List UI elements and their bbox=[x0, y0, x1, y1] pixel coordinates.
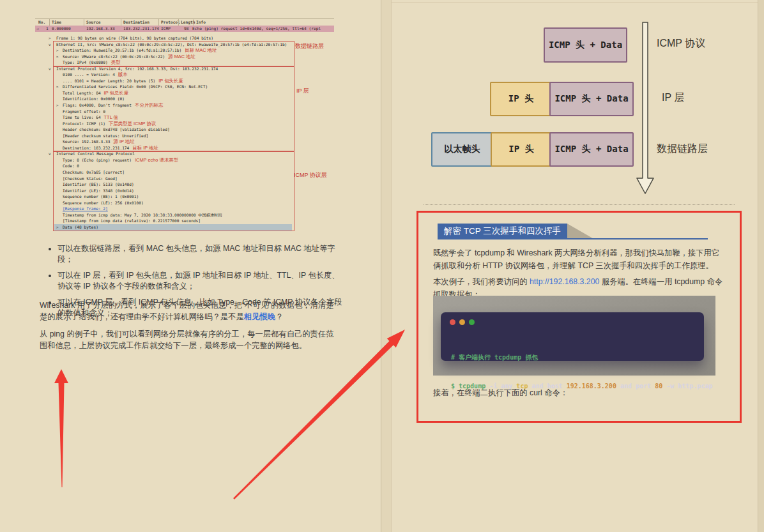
cell-info: Echo (ping) request id=0x140d, seq=1/256… bbox=[192, 26, 321, 32]
col-destination: Destination bbox=[123, 20, 149, 24]
col-length: Length bbox=[181, 20, 195, 24]
window-controls bbox=[450, 319, 475, 325]
bullet-item: 可以在数据链路层，看到 MAC 包头信息，如源 MAC 地址和目标 MAC 地址… bbox=[57, 243, 344, 266]
para1-text: Wireshark 用了分层的方式，展示了各个层的包头信息，把“不可见”的数据包… bbox=[40, 301, 333, 321]
terminal-code: # 客户端执行 tcpdump 抓包 $ tcpdump -i any tcp … bbox=[451, 333, 712, 410]
packet-row: → 1 0.000000 192.168.3.33 183.232.231.17… bbox=[35, 26, 334, 32]
expanded-icon: v bbox=[49, 66, 51, 72]
cell-source: 192.168.3.33 bbox=[86, 26, 115, 32]
command-token: 80 bbox=[655, 383, 662, 390]
diagram-box-ip-row3: IP 头 bbox=[491, 132, 552, 167]
section-heading-badge: 解密 TCP 三次握手和四次挥手 bbox=[438, 224, 567, 238]
diagram-label-datalink: 数据链路层 bbox=[657, 142, 708, 156]
cell-destination: 183.232.231.174 bbox=[123, 26, 159, 32]
paragraph-tcpdump-wireshark: 既然学会了 tcpdump 和 Wireshark 两大网络分析利器，那我们快马… bbox=[433, 247, 727, 272]
page-edge bbox=[758, 0, 764, 532]
diagram-label-icmp: ICMP 协议 bbox=[657, 37, 705, 50]
cell-length: 98 bbox=[184, 26, 188, 32]
terminal-comment-line: # 客户端执行 tcpdump 抓包 bbox=[451, 353, 712, 362]
paragraph-wireshark-layers: Wireshark 用了分层的方式，展示了各个层的包头信息，把“不可见”的数据包… bbox=[40, 300, 339, 323]
diagram-box-ethernet-row3: 以太帧头 bbox=[431, 132, 493, 167]
diagram-box-ip-row2: IP 头 bbox=[490, 82, 552, 116]
col-no: No. bbox=[38, 20, 45, 24]
col-protocol: Protocol bbox=[161, 20, 180, 24]
diagram-box-icmp-row1: ICMP 头 + Data bbox=[544, 27, 627, 63]
collapsed-icon: > bbox=[49, 35, 51, 42]
section-label-icmp: ICMP 协议层 bbox=[294, 171, 327, 179]
section-box-ip bbox=[53, 66, 294, 152]
minimize-icon bbox=[459, 319, 465, 325]
terminal-screenshot: # 客户端执行 tcpdump 抓包 $ tcpdump -i any tcp … bbox=[433, 296, 715, 376]
page-gutter bbox=[381, 0, 392, 532]
command-token: -w http.pcap bbox=[662, 383, 712, 390]
heading-underline bbox=[438, 238, 708, 239]
heading-fold-decoration bbox=[567, 224, 593, 238]
section-heading-row: 解密 TCP 三次握手和四次挥手 bbox=[438, 224, 593, 238]
command-token: 192.168.3.200 bbox=[567, 383, 616, 390]
col-source: Source bbox=[86, 20, 100, 24]
diagram-label-ip: IP 层 bbox=[662, 91, 684, 105]
diagram-box-icmp-row2: ICMP 头 + Data bbox=[549, 82, 634, 116]
paragraph-curl-caption: 接着，在终端二执行下面的 curl 命令： bbox=[433, 388, 568, 399]
cell-protocol: ICMP bbox=[161, 26, 171, 32]
maximize-icon bbox=[469, 319, 475, 325]
wireshark-capture-screenshot: No. Time Source Destination Protocol Len… bbox=[35, 18, 334, 235]
col-time: Time bbox=[52, 20, 61, 24]
dotted-divider bbox=[424, 204, 735, 205]
xiangjianhenwan-link[interactable]: 相见恨晚 bbox=[244, 312, 275, 321]
red-up-arrow-icon bbox=[54, 369, 68, 487]
page-top-line bbox=[392, 2, 758, 3]
server-url-link[interactable]: http://192.168.3.200 bbox=[530, 277, 599, 286]
encapsulation-down-arrow-icon bbox=[632, 21, 658, 196]
diagram-box-icmp-row3: ICMP 头 + Data bbox=[549, 132, 634, 167]
command-token: and port bbox=[616, 383, 655, 390]
terminal-window: # 客户端执行 tcpdump 抓包 $ tcpdump -i any tcp … bbox=[441, 312, 704, 361]
bullet-item: 可以在 IP 层，看到 IP 包头信息，如源 IP 地址和目标 IP 地址、TT… bbox=[57, 270, 344, 293]
expanded-icon: v bbox=[49, 151, 51, 157]
section-box-icmp bbox=[53, 151, 294, 231]
expanded-icon: v bbox=[49, 42, 51, 48]
section-label-ip: IP 层 bbox=[296, 87, 309, 95]
paraB-text: 本次例子，我们将要访问的 bbox=[433, 277, 530, 286]
para1-tail: ？ bbox=[275, 312, 283, 321]
highlighted-section-box: 解密 TCP 三次握手和四次挥手 既然学会了 tcpdump 和 Wiresha… bbox=[416, 211, 742, 423]
col-info: Info bbox=[196, 20, 206, 24]
document-page: No. Time Source Destination Protocol Len… bbox=[0, 0, 764, 532]
section-label-ethernet: 数据链路层 bbox=[295, 42, 324, 50]
paragraph-ping-example: 从 ping 的例子中，我们可以看到网络分层就像有序的分工，每一层都有自己的责任… bbox=[40, 329, 339, 352]
cell-no: 1 bbox=[46, 26, 49, 32]
red-diagonal-arrow-icon bbox=[233, 330, 405, 499]
packet-marker-icon: → bbox=[36, 26, 39, 32]
close-icon bbox=[450, 319, 455, 325]
section-box-ethernet bbox=[53, 41, 294, 67]
cell-time: 0.000000 bbox=[52, 26, 71, 32]
